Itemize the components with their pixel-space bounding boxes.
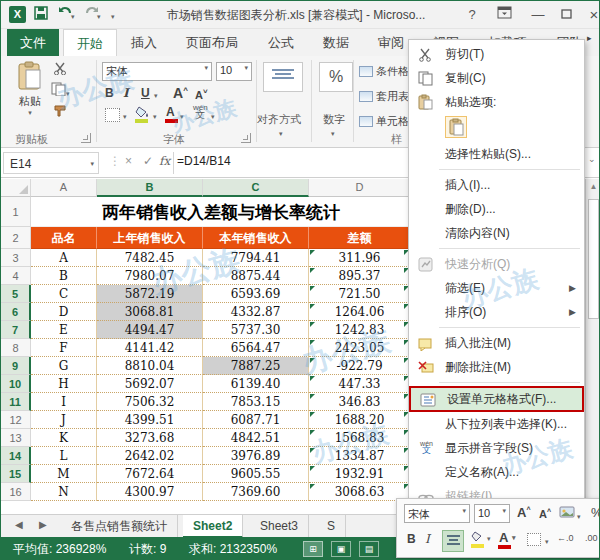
mini-decrease-decimal-icon[interactable]: ←.0 bbox=[557, 533, 574, 543]
table-cell[interactable]: 7980.07 bbox=[97, 267, 203, 285]
table-header-cell[interactable]: 上年销售收入 bbox=[97, 227, 203, 249]
menu-item-删除D[interactable]: 删除(D)... bbox=[409, 197, 584, 221]
table-cell[interactable]: 4494.47 bbox=[97, 321, 203, 339]
table-cell[interactable]: 447.33 bbox=[309, 375, 411, 393]
menu-item-copy[interactable]: 复制(C) bbox=[409, 66, 584, 90]
borders-icon[interactable] bbox=[105, 108, 120, 122]
save-icon[interactable] bbox=[33, 6, 49, 23]
help-icon[interactable]: ? bbox=[459, 5, 485, 24]
enter-icon[interactable]: ✓ bbox=[143, 154, 153, 168]
table-cell[interactable]: 6087.71 bbox=[203, 411, 309, 429]
undo-dropdown-icon[interactable]: ▾ bbox=[71, 13, 75, 21]
sheet-tab-S[interactable]: S bbox=[317, 515, 346, 538]
conditional-formatting-button[interactable]: 条件格 bbox=[359, 64, 409, 79]
row-header-12[interactable]: 12 bbox=[1, 411, 31, 429]
table-header-cell[interactable]: 品名 bbox=[31, 227, 97, 249]
row-header-14[interactable]: 14 bbox=[1, 447, 31, 465]
alignment-dropdown-icon[interactable]: ▾ bbox=[279, 130, 283, 138]
close-icon[interactable]: × bbox=[581, 5, 600, 24]
table-cell[interactable]: A bbox=[31, 249, 97, 267]
row-header-4[interactable]: 4 bbox=[1, 267, 31, 285]
menu-item-清除内容N[interactable]: 清除内容(N) bbox=[409, 221, 584, 245]
sheet-tab-各售点销售额统计[interactable]: 各售点销售额统计 bbox=[61, 515, 178, 538]
table-cell[interactable]: 1264.06 bbox=[309, 303, 411, 321]
table-cell[interactable]: M bbox=[31, 465, 97, 483]
sheet-tab-Sheet2[interactable]: Sheet2 bbox=[183, 515, 243, 538]
underline-button[interactable]: U bbox=[141, 86, 150, 100]
format-painter-icon[interactable] bbox=[53, 104, 67, 121]
italic-button[interactable]: I bbox=[123, 86, 129, 100]
table-cell[interactable]: 311.96 bbox=[309, 249, 411, 267]
column-header-C[interactable]: C bbox=[203, 179, 309, 197]
redo-dropdown-icon[interactable]: ▾ bbox=[97, 13, 101, 21]
mini-font-color-icon[interactable]: A ▾ bbox=[499, 530, 508, 545]
mini-shrink-font-button[interactable]: A˄ bbox=[539, 507, 551, 520]
row-header-15[interactable]: 15 bbox=[1, 465, 31, 483]
menu-item-delete-comment[interactable]: 删除批注(M) bbox=[409, 355, 584, 379]
menu-item-quick-analysis[interactable]: 快速分析(Q) bbox=[409, 252, 584, 276]
menu-item-insert-comment[interactable]: 插入批注(M) bbox=[409, 331, 584, 355]
table-cell[interactable]: 6564.47 bbox=[203, 339, 309, 357]
cancel-icon[interactable]: × bbox=[125, 154, 132, 168]
row-header-2[interactable]: 2 bbox=[1, 227, 31, 249]
qat-customize-icon[interactable]: ▾ bbox=[111, 13, 115, 21]
table-cell[interactable]: K bbox=[31, 429, 97, 447]
scrollbar-thumb[interactable] bbox=[588, 199, 599, 319]
mini-borders-icon[interactable] bbox=[527, 533, 541, 546]
table-cell[interactable]: 4300.97 bbox=[97, 483, 203, 501]
mini-font-name-select[interactable]: 宋体▾ bbox=[404, 504, 470, 523]
alignment-icon[interactable] bbox=[263, 62, 303, 92]
table-cell[interactable]: C bbox=[31, 285, 97, 303]
column-header-D[interactable]: D bbox=[309, 179, 411, 197]
font-color-icon[interactable]: A bbox=[166, 105, 175, 119]
table-cell[interactable]: 3273.68 bbox=[97, 429, 203, 447]
font-name-select[interactable]: 宋体▾ bbox=[102, 62, 212, 81]
column-header-A[interactable]: A bbox=[31, 179, 97, 197]
name-box-splitter[interactable]: ⋮ bbox=[109, 154, 121, 168]
table-header-cell[interactable]: 本年销售收入 bbox=[203, 227, 309, 249]
row-header-9[interactable]: 9 bbox=[1, 357, 31, 375]
table-cell[interactable]: 3068.81 bbox=[97, 303, 203, 321]
sheet-tab-Sheet3[interactable]: Sheet3 bbox=[250, 515, 309, 538]
menu-item-选择性粘贴S[interactable]: 选择性粘贴(S)... bbox=[409, 142, 584, 166]
table-cell[interactable]: 2423.05 bbox=[309, 339, 411, 357]
menu-item-筛选E[interactable]: 筛选(E)▶ bbox=[409, 276, 584, 300]
menu-item-定义名称A[interactable]: 定义名称(A)... bbox=[409, 460, 584, 484]
page-layout-view-icon[interactable]: ▣ bbox=[331, 541, 351, 557]
mini-grow-font-button[interactable]: A˄ bbox=[517, 505, 530, 520]
cut-icon[interactable] bbox=[53, 62, 67, 78]
table-cell[interactable]: 1688.20 bbox=[309, 411, 411, 429]
formula-input[interactable]: =D14/B14 bbox=[177, 154, 231, 168]
table-cell[interactable]: N bbox=[31, 483, 97, 501]
table-cell[interactable]: 4842.51 bbox=[203, 429, 309, 447]
page-break-view-icon[interactable]: ▤ bbox=[359, 541, 379, 557]
row-header-1[interactable]: 1 bbox=[1, 197, 31, 227]
table-cell[interactable]: F bbox=[31, 339, 97, 357]
vertical-scrollbar[interactable]: ▲ bbox=[585, 179, 600, 514]
table-cell[interactable]: 7672.64 bbox=[97, 465, 203, 483]
table-cell[interactable]: 4141.42 bbox=[97, 339, 203, 357]
mini-font-size-select[interactable]: 10▾ bbox=[474, 504, 510, 523]
sheet-nav-left-icon[interactable]: ◀ bbox=[15, 519, 23, 530]
table-cell[interactable]: 7853.15 bbox=[203, 393, 309, 411]
table-cell[interactable]: 9605.55 bbox=[203, 465, 309, 483]
table-cell[interactable]: 7794.41 bbox=[203, 249, 309, 267]
font-size-select[interactable]: 10▾ bbox=[216, 62, 252, 81]
table-cell[interactable]: J bbox=[31, 411, 97, 429]
table-cell[interactable]: 721.50 bbox=[309, 285, 411, 303]
table-cell[interactable]: 1932.91 bbox=[309, 465, 411, 483]
table-cell[interactable]: I bbox=[31, 393, 97, 411]
format-as-table-button[interactable]: 套用表 bbox=[359, 89, 409, 104]
normal-view-icon[interactable]: ⊞ bbox=[303, 541, 323, 557]
row-header-13[interactable]: 13 bbox=[1, 429, 31, 447]
table-cell[interactable]: -922.79 bbox=[309, 357, 411, 375]
shrink-font-button[interactable]: A˅ bbox=[195, 87, 208, 101]
pinyin-dropdown-icon[interactable]: ▾ bbox=[211, 113, 215, 121]
underline-dropdown-icon[interactable]: ▾ bbox=[154, 92, 158, 100]
fill-color-dropdown-icon[interactable]: ▾ bbox=[153, 113, 157, 121]
expand-formula-bar-icon[interactable]: ⌄ bbox=[588, 154, 596, 164]
table-cell[interactable]: E bbox=[31, 321, 97, 339]
table-cell[interactable]: 5872.19 bbox=[97, 285, 203, 303]
table-cell[interactable]: 6139.40 bbox=[203, 375, 309, 393]
mini-increase-decimal-icon[interactable]: .00 bbox=[585, 533, 598, 543]
